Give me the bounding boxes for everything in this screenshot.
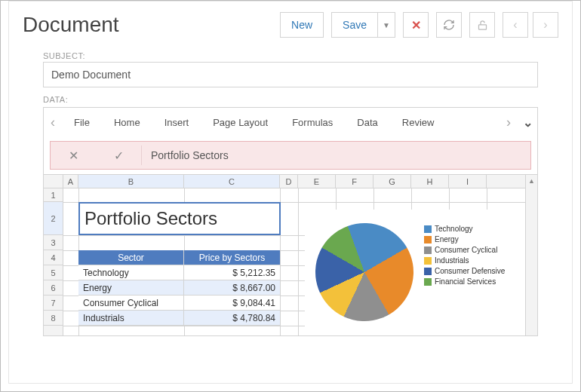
- refresh-button[interactable]: [436, 12, 462, 38]
- active-cell-title[interactable]: Portfolio Sectors: [78, 202, 281, 235]
- col-header[interactable]: E: [298, 175, 336, 188]
- row-header[interactable]: 4: [44, 250, 63, 265]
- table-cell-sector[interactable]: Technology: [78, 265, 184, 280]
- grid[interactable]: A B C D E F G H I 1 2 3: [44, 174, 537, 335]
- prev-button[interactable]: ‹: [503, 12, 528, 38]
- close-icon: ✕: [411, 18, 421, 32]
- table-header-sector[interactable]: Sector: [78, 250, 184, 265]
- legend-label: Consumer Defensive: [435, 267, 505, 275]
- ribbon-scroll-left[interactable]: ‹: [44, 115, 62, 130]
- col-header[interactable]: D: [280, 175, 298, 188]
- row-header[interactable]: 1: [44, 188, 63, 202]
- table-cell-price[interactable]: $ 4,780.84: [184, 311, 281, 326]
- chevron-down-icon: ⌄: [523, 115, 533, 130]
- table-cell-sector[interactable]: Industrials: [78, 311, 184, 326]
- swatch-icon: [424, 247, 432, 254]
- save-dropdown-toggle[interactable]: ▼: [377, 12, 395, 38]
- save-button[interactable]: Save: [331, 12, 377, 38]
- grid-body[interactable]: Portfolio Sectors Sector Price by Sector…: [63, 188, 525, 335]
- swatch-icon: [424, 278, 432, 286]
- new-button[interactable]: New: [280, 12, 324, 38]
- swatch-icon: [424, 225, 432, 233]
- app-frame: Document New Save ▼ ✕: [0, 0, 581, 392]
- unlock-button[interactable]: [469, 12, 495, 38]
- chevron-left-icon: ‹: [51, 115, 55, 130]
- row-header[interactable]: 6: [44, 280, 63, 296]
- svg-rect-0: [478, 24, 486, 29]
- tab-insert[interactable]: Insert: [152, 117, 201, 128]
- legend-label: Technology: [435, 225, 473, 233]
- table-cell-sector[interactable]: Consumer Cyclical: [78, 296, 184, 311]
- legend-item: Industrials: [424, 256, 505, 265]
- legend-item: Consumer Defensive: [424, 267, 505, 275]
- app-inner: Document New Save ▼ ✕: [8, 1, 573, 384]
- save-button-group: Save ▼: [331, 12, 395, 38]
- col-header[interactable]: H: [411, 175, 449, 188]
- ribbon-scroll-right[interactable]: ›: [500, 115, 518, 130]
- table-header-price[interactable]: Price by Sectors: [184, 250, 281, 265]
- chevron-left-icon: ‹: [513, 18, 517, 32]
- legend-item: Technology: [424, 225, 505, 233]
- col-header[interactable]: A: [63, 175, 78, 188]
- table-cell-price[interactable]: $ 5,212.35: [184, 265, 281, 280]
- legend-label: Energy: [435, 235, 459, 243]
- tab-formulas[interactable]: Formulas: [280, 117, 345, 128]
- formula-bar: ✕ ✓: [50, 141, 531, 170]
- col-header[interactable]: F: [336, 175, 374, 188]
- refresh-icon: [443, 19, 455, 31]
- legend-label: Financial Services: [435, 277, 496, 286]
- col-header[interactable]: B: [78, 175, 184, 188]
- column-headers-row: A B C D E F G H I: [44, 175, 525, 188]
- row-header[interactable]: 2: [44, 202, 63, 235]
- tab-page-layout[interactable]: Page Layout: [201, 117, 280, 128]
- formula-cancel-button[interactable]: ✕: [51, 149, 96, 163]
- vertical-scrollbar[interactable]: ▲: [525, 175, 537, 335]
- row-header[interactable]: 5: [44, 265, 63, 280]
- scroll-up-arrow-icon[interactable]: ▲: [526, 175, 537, 187]
- spreadsheet-container: ‹ File Home Insert Page Layout Formulas …: [43, 107, 538, 336]
- legend-label: Consumer Cyclical: [435, 246, 497, 254]
- next-button[interactable]: ›: [533, 12, 558, 38]
- table-cell-sector[interactable]: Energy: [78, 280, 184, 296]
- pie-chart-graphic: [302, 210, 428, 335]
- row-header[interactable]: 7: [44, 296, 63, 311]
- pie-chart[interactable]: Technology Energy Consumer Cyclical Indu…: [305, 210, 525, 335]
- swatch-icon: [424, 257, 432, 265]
- row-header[interactable]: 3: [44, 235, 63, 250]
- unlock-icon: [477, 20, 488, 31]
- ribbon: ‹ File Home Insert Page Layout Formulas …: [44, 108, 537, 136]
- table-cell-price[interactable]: $ 8,667.00: [184, 280, 281, 296]
- close-icon: ✕: [69, 149, 78, 163]
- col-header[interactable]: C: [184, 175, 280, 188]
- subject-label: SUBJECT:: [43, 51, 538, 60]
- row-headers-col: 1 2 3 4 5 6 7 8: [44, 188, 63, 335]
- select-all-corner[interactable]: [44, 175, 63, 188]
- row-header[interactable]: 8: [44, 311, 63, 326]
- formula-input[interactable]: [141, 145, 530, 165]
- form-area: SUBJECT: DATA: ‹ File Home Insert Page L…: [9, 44, 572, 336]
- subject-input[interactable]: [43, 62, 538, 87]
- formula-accept-button[interactable]: ✓: [96, 149, 141, 163]
- table-cell-price[interactable]: $ 9,084.41: [184, 296, 281, 311]
- cell-value: Portfolio Sectors: [85, 208, 217, 229]
- col-header[interactable]: G: [374, 175, 411, 188]
- legend-item: Consumer Cyclical: [424, 246, 505, 254]
- chevron-right-icon: ›: [543, 18, 547, 32]
- data-label: DATA:: [43, 95, 538, 104]
- legend-item: Energy: [424, 235, 505, 243]
- swatch-icon: [424, 268, 432, 275]
- tab-review[interactable]: Review: [390, 117, 447, 128]
- tab-file[interactable]: File: [62, 117, 102, 128]
- nav-buttons: ‹ ›: [503, 12, 558, 38]
- swatch-icon: [424, 236, 432, 243]
- page-title: Document: [23, 13, 119, 37]
- check-icon: ✓: [114, 149, 124, 163]
- legend-label: Industrials: [435, 256, 469, 265]
- delete-button[interactable]: ✕: [403, 12, 429, 38]
- col-header[interactable]: I: [449, 175, 487, 188]
- ribbon-collapse[interactable]: ⌄: [518, 115, 537, 130]
- chevron-right-icon: ›: [506, 115, 511, 130]
- tab-home[interactable]: Home: [102, 117, 152, 128]
- tab-data[interactable]: Data: [345, 117, 389, 128]
- ribbon-tabs: File Home Insert Page Layout Formulas Da…: [62, 117, 500, 128]
